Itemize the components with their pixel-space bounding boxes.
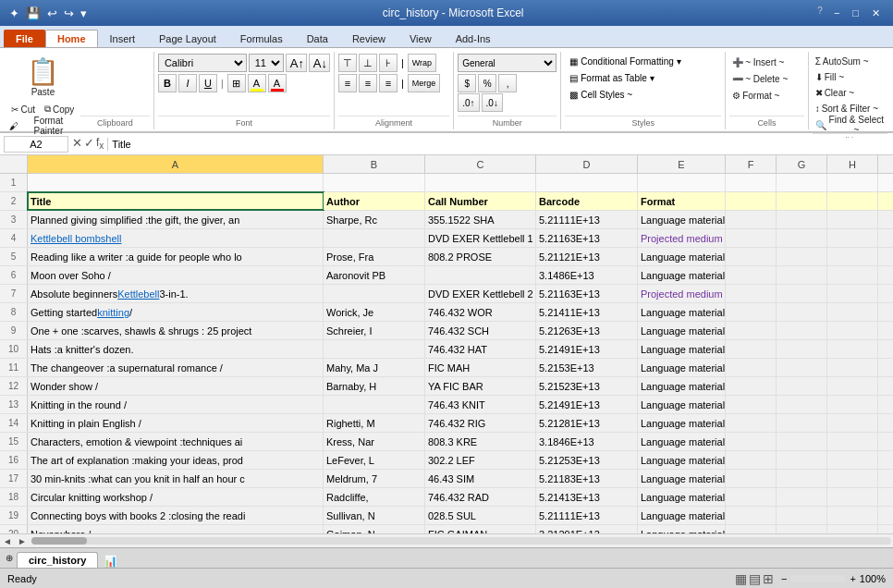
cell-H12[interactable] bbox=[827, 377, 878, 395]
cell-B10[interactable] bbox=[324, 340, 425, 358]
cell-B4[interactable] bbox=[324, 229, 425, 247]
cell-E13[interactable]: Language material bbox=[638, 396, 726, 413]
conditional-formatting-button[interactable]: ▦ Conditional Formatting ▾ bbox=[565, 54, 721, 69]
cell-I18[interactable] bbox=[878, 488, 893, 506]
font-size-select[interactable]: 11 bbox=[249, 54, 284, 72]
cell-G6[interactable] bbox=[777, 266, 827, 284]
cell-A18[interactable]: Circular knitting workshop / bbox=[28, 488, 324, 506]
cell-C2[interactable]: Call Number bbox=[425, 192, 536, 210]
cell-D1[interactable] bbox=[536, 174, 638, 191]
cell-I5[interactable] bbox=[878, 248, 893, 265]
cell-D2[interactable]: Barcode bbox=[536, 192, 638, 210]
align-top-button[interactable]: ⊤ bbox=[338, 54, 357, 72]
cell-C11[interactable]: FIC MAH bbox=[425, 359, 536, 376]
page-break-view-icon[interactable]: ⊞ bbox=[763, 571, 774, 586]
tab-formulas[interactable]: Formulas bbox=[228, 30, 295, 47]
align-bottom-button[interactable]: ⊦ bbox=[379, 54, 398, 72]
cell-F5[interactable] bbox=[726, 248, 777, 265]
col-header-A[interactable]: A bbox=[28, 155, 324, 173]
cell-C8[interactable]: 746.432 WOR bbox=[425, 303, 536, 321]
align-center-button[interactable]: ≡ bbox=[359, 74, 377, 92]
cell-I11[interactable] bbox=[878, 359, 893, 376]
cell-D7[interactable]: 5.21163E+13 bbox=[536, 285, 638, 302]
tab-file[interactable]: File bbox=[4, 30, 45, 47]
cell-H11[interactable] bbox=[827, 359, 878, 376]
cell-I17[interactable] bbox=[878, 470, 893, 487]
sheet-tab-icon[interactable]: 📊 bbox=[104, 555, 117, 568]
close-button[interactable]: ✕ bbox=[866, 6, 886, 21]
cell-H16[interactable] bbox=[827, 451, 878, 469]
cell-F11[interactable] bbox=[726, 359, 777, 376]
cell-reference-box[interactable]: A2 bbox=[4, 136, 68, 153]
cell-F17[interactable] bbox=[726, 470, 777, 487]
undo-icon[interactable]: ↩ bbox=[45, 6, 59, 21]
cell-B19[interactable]: Sullivan, N bbox=[324, 507, 425, 524]
zoom-in-icon[interactable]: + bbox=[850, 573, 855, 584]
cell-D20[interactable]: 3.21291E+13 bbox=[536, 525, 638, 533]
cell-C12[interactable]: YA FIC BAR bbox=[425, 377, 536, 395]
cell-H5[interactable] bbox=[827, 248, 878, 265]
cell-H18[interactable] bbox=[827, 488, 878, 506]
cell-A16[interactable]: The art of explanation :making your idea… bbox=[28, 451, 324, 469]
cell-C19[interactable]: 028.5 SUL bbox=[425, 507, 536, 524]
cell-F12[interactable] bbox=[726, 377, 777, 395]
cell-D11[interactable]: 5.2153E+13 bbox=[536, 359, 638, 376]
cell-B8[interactable]: Worick, Je bbox=[324, 303, 425, 321]
sheet-tab-circ-history[interactable]: circ_history bbox=[17, 552, 98, 568]
increase-font-button[interactable]: A↑ bbox=[286, 54, 307, 72]
align-middle-button[interactable]: ⊥ bbox=[359, 54, 377, 72]
cell-F15[interactable] bbox=[726, 433, 777, 450]
cell-F6[interactable] bbox=[726, 266, 777, 284]
cell-G5[interactable] bbox=[777, 248, 827, 265]
font-name-select[interactable]: Calibri bbox=[158, 54, 247, 72]
col-header-G[interactable]: G bbox=[777, 155, 827, 173]
cell-I13[interactable] bbox=[878, 396, 893, 413]
cell-I1[interactable] bbox=[878, 174, 893, 191]
cell-A6[interactable]: Moon over Soho / bbox=[28, 266, 324, 284]
cell-G1[interactable] bbox=[777, 174, 827, 191]
tab-view[interactable]: View bbox=[398, 30, 444, 47]
cell-I4[interactable] bbox=[878, 229, 893, 247]
horizontal-scrollbar[interactable]: ◄ ► bbox=[0, 533, 893, 547]
cell-D16[interactable]: 5.21253E+13 bbox=[536, 451, 638, 469]
cell-H2[interactable] bbox=[827, 192, 878, 210]
cancel-formula-icon[interactable]: ✕ bbox=[72, 136, 82, 151]
cell-F14[interactable] bbox=[726, 414, 777, 432]
cell-I12[interactable] bbox=[878, 377, 893, 395]
tab-home[interactable]: Home bbox=[45, 30, 98, 47]
cell-A13[interactable]: Knitting in the round / bbox=[28, 396, 324, 413]
cell-D6[interactable]: 3.1486E+13 bbox=[536, 266, 638, 284]
save-icon[interactable]: 💾 bbox=[24, 6, 43, 21]
cell-E8[interactable]: Language material bbox=[638, 303, 726, 321]
cell-D17[interactable]: 5.21183E+13 bbox=[536, 470, 638, 487]
cell-F20[interactable] bbox=[726, 525, 777, 533]
cell-E14[interactable]: Language material bbox=[638, 414, 726, 432]
cell-C13[interactable]: 746.43 KNIT bbox=[425, 396, 536, 413]
col-header-B[interactable]: B bbox=[324, 155, 425, 173]
format-cells-button[interactable]: ⚙ Format ~ bbox=[729, 87, 803, 104]
cell-C16[interactable]: 302.2 LEF bbox=[425, 451, 536, 469]
col-header-I[interactable]: I bbox=[878, 155, 893, 173]
cell-E9[interactable]: Language material bbox=[638, 322, 726, 339]
cell-E11[interactable]: Language material bbox=[638, 359, 726, 376]
cell-F18[interactable] bbox=[726, 488, 777, 506]
col-header-E[interactable]: E bbox=[638, 155, 726, 173]
cell-F9[interactable] bbox=[726, 322, 777, 339]
cell-E1[interactable] bbox=[638, 174, 726, 191]
cell-G4[interactable] bbox=[777, 229, 827, 247]
cell-H13[interactable] bbox=[827, 396, 878, 413]
cell-D8[interactable]: 5.21411E+13 bbox=[536, 303, 638, 321]
col-header-F[interactable]: F bbox=[726, 155, 777, 173]
cell-E19[interactable]: Language material bbox=[638, 507, 726, 524]
increase-decimal-button[interactable]: .0↑ bbox=[458, 93, 479, 112]
tab-insert[interactable]: Insert bbox=[98, 30, 148, 47]
cell-G20[interactable] bbox=[777, 525, 827, 533]
fill-color-button[interactable]: A bbox=[248, 74, 266, 92]
cell-F7[interactable] bbox=[726, 285, 777, 302]
format-as-table-button[interactable]: ▤ Format as Table ▾ bbox=[565, 70, 721, 86]
cell-I7[interactable] bbox=[878, 285, 893, 302]
col-header-D[interactable]: D bbox=[536, 155, 638, 173]
number-format-select[interactable]: General bbox=[458, 54, 557, 72]
cell-A3[interactable]: Planned giving simplified :the gift, the… bbox=[28, 211, 324, 228]
cell-D18[interactable]: 5.21413E+13 bbox=[536, 488, 638, 506]
